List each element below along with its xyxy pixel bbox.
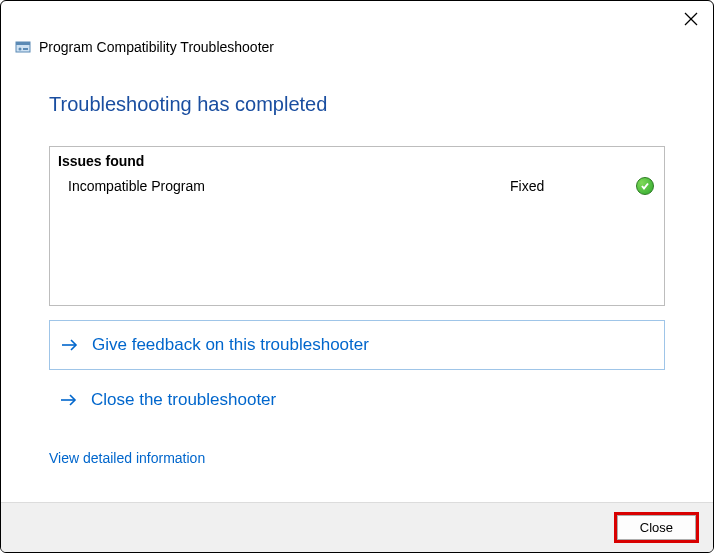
titlebar [1, 1, 713, 37]
check-icon [636, 177, 654, 195]
page-heading: Troubleshooting has completed [49, 93, 665, 116]
issues-box: Issues found Incompatible Program Fixed [49, 146, 665, 306]
arrow-right-icon [60, 337, 80, 353]
arrow-right-icon [59, 392, 79, 408]
close-troubleshooter-label: Close the troubleshooter [91, 390, 276, 410]
svg-point-4 [19, 48, 22, 51]
svg-rect-3 [16, 42, 30, 45]
close-troubleshooter-action[interactable]: Close the troubleshooter [49, 376, 665, 424]
issue-row: Incompatible Program Fixed [50, 173, 664, 199]
issue-status: Fixed [510, 178, 630, 194]
feedback-label: Give feedback on this troubleshooter [92, 335, 369, 355]
window-close-button[interactable] [679, 7, 703, 31]
view-details-link[interactable]: View detailed information [49, 450, 205, 466]
feedback-action[interactable]: Give feedback on this troubleshooter [49, 320, 665, 370]
close-button-highlight: Close [614, 512, 699, 543]
troubleshooter-icon [15, 39, 31, 55]
issues-header: Issues found [50, 147, 664, 173]
issue-status-icon [630, 177, 654, 195]
issue-name: Incompatible Program [68, 178, 510, 194]
close-button[interactable]: Close [617, 515, 696, 540]
app-title: Program Compatibility Troubleshooter [39, 39, 274, 55]
content-area: Troubleshooting has completed Issues fou… [1, 65, 713, 467]
close-icon [684, 12, 698, 26]
footer: Close [1, 502, 713, 552]
header: Program Compatibility Troubleshooter [1, 37, 713, 65]
svg-rect-5 [23, 48, 28, 50]
